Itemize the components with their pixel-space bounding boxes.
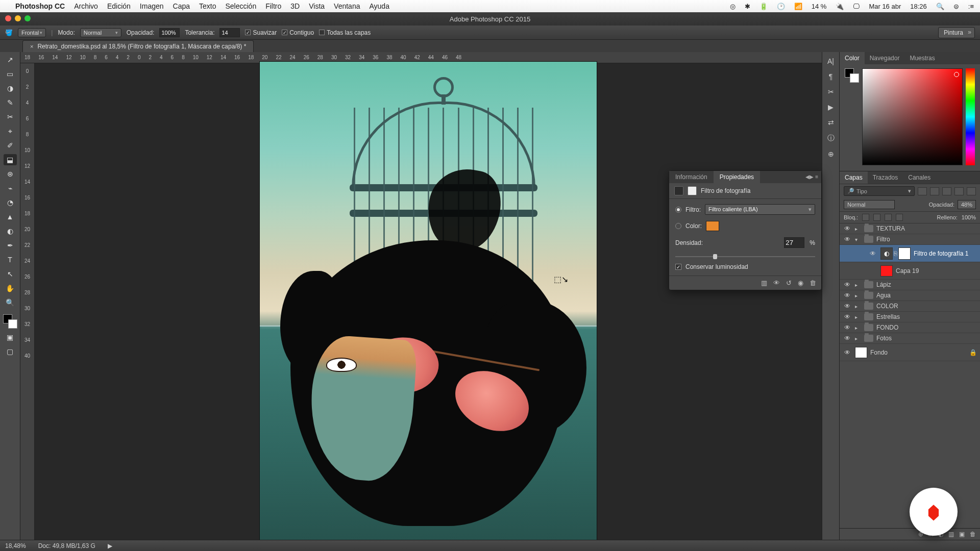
menu-3d[interactable]: 3D xyxy=(290,2,300,10)
visibility-icon[interactable]: 👁 xyxy=(843,292,852,299)
document-tab[interactable]: × Retrato_domestika.psd al 18,5% (Filtro… xyxy=(22,40,254,52)
lasso-tool[interactable]: ◑ xyxy=(4,83,17,94)
color-field[interactable] xyxy=(862,68,963,165)
fg-bg-swatch[interactable] xyxy=(845,68,859,83)
tab-info[interactable]: Información xyxy=(669,171,714,183)
layer-name[interactable]: COLOR xyxy=(876,303,898,310)
delete-layer-icon[interactable]: 🗑 xyxy=(970,531,976,538)
density-slider[interactable] xyxy=(675,256,815,257)
visibility-icon[interactable]: 👁 xyxy=(843,324,852,331)
disclosure-icon[interactable]: ▾ xyxy=(855,237,861,242)
layer-row[interactable]: 👁▸COLOR xyxy=(840,301,980,312)
properties-panel[interactable]: ◀▶ ≡ Información Propiedades Filtro de f… xyxy=(669,170,822,290)
shape-tool[interactable]: ◐ xyxy=(4,226,17,237)
marquee-tool[interactable]: ▭ xyxy=(4,68,17,80)
workspace-select[interactable]: Pintura xyxy=(938,27,975,38)
antialias-checkbox[interactable]: ✓Suavizar xyxy=(245,29,277,36)
layer-filter-kind[interactable]: 🔎Tipo▾ xyxy=(844,186,915,196)
actions-icon[interactable]: ▶ xyxy=(828,103,834,111)
disclosure-icon[interactable]: ▸ xyxy=(855,336,861,341)
contiguous-checkbox[interactable]: ✓Contiguo xyxy=(282,29,314,36)
type-tool[interactable]: T xyxy=(4,254,17,265)
layer-name[interactable]: Fotos xyxy=(876,335,892,342)
layer-row[interactable]: 👁▸Fotos xyxy=(840,333,980,344)
layer-row[interactable]: 👁▸Lápiz xyxy=(840,280,980,290)
menu-archivo[interactable]: Archivo xyxy=(74,2,98,10)
zoom-level[interactable]: 18,48% xyxy=(5,542,26,549)
reset-icon[interactable]: ↺ xyxy=(786,279,792,287)
mask-thumb[interactable] xyxy=(898,247,911,260)
filter-adjust-icon[interactable] xyxy=(930,187,939,195)
menu-date[interactable]: Mar 16 abr xyxy=(869,3,901,10)
tab-swatches[interactable]: Muestras xyxy=(904,52,940,64)
notifications-icon[interactable]: :≡ xyxy=(968,3,974,10)
new-layer-icon[interactable]: ▣ xyxy=(959,531,965,538)
wifi-icon[interactable]: 📶 xyxy=(794,3,802,10)
visibility-icon[interactable]: 👁 xyxy=(843,349,852,356)
blend-mode-select[interactable]: Normal▾ xyxy=(80,28,121,37)
close-window[interactable] xyxy=(5,15,11,21)
tab-navigator[interactable]: Navegador xyxy=(865,52,905,64)
visibility-icon[interactable]: 👁 xyxy=(868,250,877,257)
move-tool[interactable]: ↗ xyxy=(4,54,17,65)
hand-tool[interactable]: ✋ xyxy=(4,283,17,294)
panel-collapse-icon[interactable]: ◀▶ ≡ xyxy=(805,174,818,180)
lock-icon[interactable]: 🔒 xyxy=(969,349,977,356)
layer-name[interactable]: Fondo xyxy=(870,349,888,356)
tab-color[interactable]: Color xyxy=(840,52,865,64)
layer-row[interactable]: 👁▸TEXTURA xyxy=(840,223,980,234)
disclosure-icon[interactable]: ▸ xyxy=(855,325,861,331)
status-icon[interactable]: 🕑 xyxy=(777,3,785,10)
layer-name[interactable]: Filtro de fotografía 1 xyxy=(914,250,968,257)
menu-time[interactable]: 18:26 xyxy=(910,3,927,10)
visibility-icon[interactable]: 👁 xyxy=(843,335,852,342)
layer-row[interactable]: 👁▸Estrellas xyxy=(840,312,980,322)
eraser-tool[interactable]: ⌁ xyxy=(4,183,17,194)
libraries-icon[interactable]: ⊕ xyxy=(828,150,834,158)
menu-texto[interactable]: Texto xyxy=(199,2,216,10)
display-icon[interactable]: 🖵 xyxy=(853,3,860,10)
stamp-tool[interactable]: ⊛ xyxy=(4,168,17,180)
group-icon[interactable]: ▥ xyxy=(948,531,954,538)
clip-icon[interactable]: ▥ xyxy=(761,279,767,287)
visibility-icon[interactable]: 👁 xyxy=(843,313,852,320)
lock-position-icon[interactable] xyxy=(885,214,892,221)
domestika-badge[interactable] xyxy=(910,488,958,536)
layer-row[interactable]: Capa 19 xyxy=(840,262,980,280)
character-icon[interactable]: A| xyxy=(827,57,834,65)
disclosure-icon[interactable]: ▸ xyxy=(855,314,861,320)
adjustment-thumb[interactable]: ◐ xyxy=(880,247,893,260)
filter-select[interactable]: Filtro caliente (LBA) ▾ xyxy=(705,204,815,215)
filter-pixel-icon[interactable] xyxy=(918,187,927,195)
filter-color-swatch[interactable] xyxy=(706,221,719,231)
layer-thumb[interactable] xyxy=(855,347,867,358)
path-tool[interactable]: ✒ xyxy=(4,240,17,251)
quickmask-toggle[interactable]: ▣ xyxy=(4,332,17,343)
visibility-icon[interactable]: 👁 xyxy=(843,303,852,310)
layer-row[interactable]: 👁◐⎘Filtro de fotografía 1 xyxy=(840,245,980,262)
disclosure-icon[interactable]: ▸ xyxy=(855,282,861,288)
lock-all-icon[interactable] xyxy=(896,214,903,221)
menu-filtro[interactable]: Filtro xyxy=(265,2,281,10)
trash-icon[interactable]: 🗑 xyxy=(810,279,816,287)
hue-slider[interactable] xyxy=(966,68,975,165)
app-name[interactable]: Photoshop CC xyxy=(15,2,65,10)
lock-pixels-icon[interactable] xyxy=(873,214,880,221)
filter-type-icon[interactable] xyxy=(942,187,951,195)
visibility-icon[interactable]: 👁 xyxy=(843,236,852,243)
layer-name[interactable]: FONDO xyxy=(876,324,898,331)
canvas[interactable] xyxy=(260,62,597,540)
view-previous-icon[interactable]: 👁 xyxy=(773,279,780,287)
tab-channels[interactable]: Canales xyxy=(903,171,936,184)
tab-properties[interactable]: Propiedades xyxy=(714,171,760,183)
blend-mode-select[interactable]: Normal xyxy=(844,200,895,209)
tool-icon[interactable]: 🪣 xyxy=(5,29,13,36)
menu-ayuda[interactable]: Ayuda xyxy=(369,2,389,10)
eyedropper-tool[interactable]: ⌖ xyxy=(4,126,17,137)
preserve-luminosity-checkbox[interactable]: ✓Conservar luminosidad xyxy=(675,263,815,270)
doc-size[interactable]: Doc: 49,8 MB/1,63 G xyxy=(38,542,95,549)
minimize-window[interactable] xyxy=(15,15,21,21)
spotlight-icon[interactable]: 🔍 xyxy=(936,3,944,10)
bucket-tool[interactable]: ⬓ xyxy=(4,154,17,165)
tab-layers[interactable]: Capas xyxy=(840,171,868,184)
